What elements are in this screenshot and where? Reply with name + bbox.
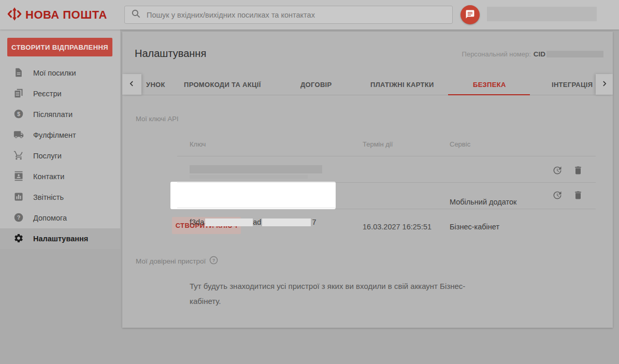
document-icon — [13, 67, 24, 79]
chat-button[interactable] — [460, 5, 480, 24]
trash-icon — [573, 194, 583, 202]
logo-wordmark: НОВА ПОШТА — [25, 8, 107, 22]
api-key-row-actions — [552, 190, 583, 200]
table-divider — [177, 156, 596, 156]
sidebar-item-contacts[interactable]: Контакти — [0, 166, 120, 187]
sidebar-item-label: Послуги — [33, 152, 62, 160]
truck-icon — [13, 129, 24, 141]
sidebar-item-label: Фулфілмент — [33, 131, 76, 139]
tab-integration[interactable]: ІНТЕГРАЦІЯ — [552, 74, 593, 95]
nova-poshta-logo: НОВА ПОШТА — [7, 6, 107, 24]
nova-poshta-arrows-icon — [7, 6, 22, 24]
update-icon — [552, 194, 563, 202]
api-key-redacted-bar — [190, 165, 322, 173]
key-part: ad — [253, 218, 261, 226]
personal-number-value: CID — [534, 50, 545, 58]
tab-contract[interactable]: ДОГОВІР — [300, 74, 332, 95]
chevron-left-icon — [128, 80, 135, 89]
page-title: Налаштування — [135, 48, 206, 60]
trusted-devices-title: Мої довірені пристрої — [136, 257, 206, 265]
highlighted-key-row[interactable] — [170, 182, 336, 209]
sidebar-item-label: Мої посилки — [33, 69, 76, 77]
trash-icon — [573, 169, 583, 177]
sidebar-item-reports[interactable]: Звітність — [0, 187, 120, 208]
create-shipment-button[interactable]: СТВОРИТИ ВІДПРАВЛЕННЯ — [7, 38, 112, 56]
sidebar-item-label: Післяплати — [33, 110, 73, 119]
svg-text:?: ? — [17, 214, 21, 221]
table-divider — [177, 208, 336, 208]
column-header-service: Сервіс — [450, 140, 470, 148]
sidebar-item-label: Допомога — [33, 214, 67, 222]
tab-security[interactable]: БЕЗПЕКА — [473, 74, 506, 95]
reports-icon — [13, 192, 24, 203]
table-divider — [177, 182, 336, 183]
sidebar-item-label: Налаштування — [33, 235, 88, 243]
chevron-right-icon — [601, 80, 608, 89]
key-part: f3da — [190, 218, 204, 226]
key-redacted-segment — [205, 219, 253, 226]
cash-on-delivery-icon: $ — [13, 109, 24, 121]
topbar: НОВА ПОШТА — [0, 0, 619, 30]
question-circle-icon[interactable]: ? — [209, 256, 218, 266]
settings-tabs: УНОК ПРОМОКОДИ ТА АКЦІЇ ДОГОВІР ПЛАТІЖНІ… — [122, 74, 613, 95]
personal-number-label: Персональний номер: — [462, 50, 531, 58]
svg-text:?: ? — [212, 258, 215, 263]
delete-key-button[interactable] — [573, 190, 583, 200]
trusted-devices-empty-text: Тут будуть знаходитися усі пристрої з як… — [190, 279, 467, 309]
api-key-value: f3da ad 7 — [190, 218, 316, 226]
key-part: 7 — [312, 218, 316, 226]
gear-icon — [13, 233, 24, 245]
api-key-row-actions — [552, 165, 583, 176]
personal-number-redacted — [546, 51, 603, 57]
sidebar-item-label: Звітність — [33, 193, 64, 201]
tab-promocodes[interactable]: ПРОМОКОДИ ТА АКЦІЇ — [184, 74, 261, 95]
sidebar-item-services[interactable]: Послуги — [0, 145, 120, 166]
registry-icon — [13, 88, 24, 100]
api-key-expiry: 16.03.2027 16:25:51 — [363, 223, 431, 231]
tabs-scroll-right-button[interactable] — [596, 74, 613, 95]
contacts-icon — [13, 171, 24, 183]
sidebar-item-settings[interactable]: Налаштування — [0, 228, 120, 249]
user-name-redacted[interactable] — [487, 7, 597, 21]
sidebar: СТВОРИТИ ВІДПРАВЛЕННЯ Мої посилки Реєстр… — [0, 30, 120, 249]
cart-icon — [13, 150, 24, 162]
api-key-service: Мобільний додаток — [450, 198, 516, 206]
search-input[interactable] — [147, 11, 446, 19]
sidebar-item-label: Реєстри — [33, 90, 62, 98]
sidebar-item-cod[interactable]: $ Післяплати — [0, 104, 120, 125]
sidebar-item-my-parcels[interactable]: Мої посилки — [0, 63, 120, 83]
trusted-devices-section: Мої довірені пристрої ? — [136, 256, 218, 266]
chat-icon — [465, 9, 475, 21]
renew-key-button[interactable] — [552, 165, 563, 176]
api-key-redacted-bar-secondary — [190, 175, 308, 179]
sidebar-item-fulfillment[interactable]: Фулфілмент — [0, 125, 120, 145]
search-icon — [131, 9, 141, 21]
svg-text:$: $ — [17, 111, 20, 117]
sidebar-item-registries[interactable]: Реєстри — [0, 83, 120, 104]
settings-card: Налаштування Персональний номер: CID УНО… — [122, 32, 613, 328]
api-keys-section-title: Мої ключі API — [136, 115, 179, 123]
active-tab-underline — [448, 94, 530, 95]
api-key-service: Бізнес-кабінет — [450, 223, 499, 231]
tab-account[interactable]: УНОК — [146, 74, 165, 95]
sidebar-menu: Мої посилки Реєстри $ Післяплати Фул — [0, 63, 120, 249]
tabs-scroll-left-button[interactable] — [122, 74, 141, 95]
update-icon — [552, 169, 563, 177]
renew-key-button[interactable] — [552, 190, 563, 200]
delete-key-button[interactable] — [573, 165, 583, 176]
key-redacted-segment — [262, 219, 311, 226]
help-icon: ? — [13, 212, 24, 224]
tab-payment-cards[interactable]: ПЛАТІЖНІ КАРТКИ — [370, 74, 434, 95]
sidebar-item-help[interactable]: ? Допомога — [0, 208, 120, 228]
column-header-expiry: Термін дії — [363, 140, 393, 148]
column-header-key: Ключ — [190, 140, 206, 148]
sidebar-item-label: Контакти — [33, 172, 64, 181]
global-search — [124, 6, 453, 24]
personal-number: Персональний номер: CID — [462, 50, 603, 58]
